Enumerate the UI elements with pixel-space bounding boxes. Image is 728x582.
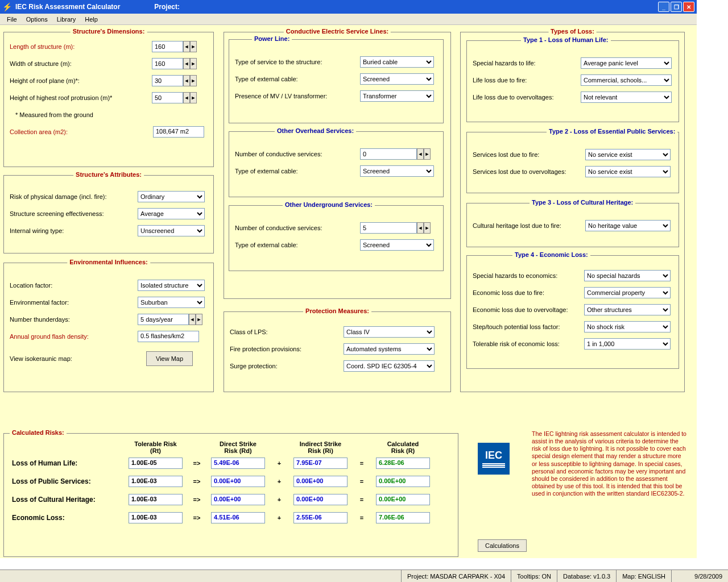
- label-type-svc: Type of service to the structure:: [235, 59, 360, 65]
- group-ous: Other Underground Services: Number of co…: [229, 205, 444, 271]
- close-button[interactable]: ✕: [683, 2, 694, 12]
- label-t1a: Special hazards to life:: [473, 60, 581, 66]
- select-env[interactable]: Suburban: [138, 297, 205, 308]
- select-type-svc[interactable]: Buried cable: [360, 56, 434, 68]
- select-t2b[interactable]: No service exist: [585, 166, 671, 177]
- disclaimer-text: The IEC lightning risk assessment calcul…: [532, 430, 686, 497]
- label-oos-num: Number of conductive services:: [235, 151, 360, 157]
- legend-environmental: Environmental Influences:: [67, 259, 150, 265]
- menu-help[interactable]: Help: [80, 15, 102, 24]
- group-type4: Type 4 - Economic Loss: Special hazards …: [466, 255, 679, 369]
- calculations-button[interactable]: Calculations: [478, 539, 527, 552]
- select-mvlv[interactable]: Transformer: [360, 90, 434, 102]
- maximize-button[interactable]: ❐: [671, 2, 682, 12]
- select-fire-prot[interactable]: Automated systems: [344, 343, 435, 355]
- status-db: Database: v1.0.3: [557, 570, 616, 573]
- input-oos-num[interactable]: [360, 148, 417, 160]
- select-t1b[interactable]: Commercial, schools...: [581, 74, 672, 86]
- group-dimensions: Structure's Dimensions: Length of struct…: [3, 32, 214, 167]
- select-t1c[interactable]: Not relevant: [581, 92, 672, 103]
- label-t4c: Economic loss due to overvoltage:: [473, 306, 584, 313]
- spin-dec[interactable]: ◄: [183, 75, 190, 86]
- spin-inc[interactable]: ►: [190, 92, 197, 103]
- label-t4a: Special hazards to economics:: [473, 272, 584, 279]
- label-thunder: Number thunderdays:: [10, 316, 138, 323]
- status-tooltips: Tooltips: ON: [511, 570, 557, 573]
- spin-dec[interactable]: ◄: [417, 148, 424, 160]
- select-t4c[interactable]: Other structures: [584, 304, 671, 315]
- status-project: Project: MASDAR CARPARK - X04: [401, 570, 511, 573]
- input-width[interactable]: [152, 58, 183, 69]
- select-surge[interactable]: Coord. SPD IEC 62305-4: [344, 360, 435, 372]
- select-location[interactable]: Isolated structure: [138, 280, 205, 291]
- menu-library[interactable]: Library: [52, 15, 81, 24]
- input-roof[interactable]: [152, 75, 183, 86]
- select-ous-ext[interactable]: Screened: [360, 239, 434, 251]
- label-area: Collection area (m2):: [10, 128, 153, 135]
- label-ous-num: Number of conductive services:: [235, 225, 360, 231]
- label-t1b: Life loss due to fire:: [473, 77, 581, 84]
- spin-inc[interactable]: ►: [190, 75, 197, 86]
- iec-logo: IEC: [478, 443, 510, 475]
- label-surge: Surge protection:: [230, 363, 344, 369]
- select-t3a[interactable]: No heritage value: [585, 220, 671, 231]
- label-ext-cable-pl: Type of external cable:: [235, 76, 360, 82]
- legend-ous: Other Underground Services:: [283, 201, 375, 208]
- select-t1a[interactable]: Average panic level: [581, 57, 672, 69]
- select-t4b[interactable]: Commercial property: [584, 287, 671, 298]
- select-t4a[interactable]: No special hazards: [584, 270, 671, 281]
- spin-inc[interactable]: ►: [190, 41, 197, 52]
- status-date: 9/28/2009: [671, 570, 697, 573]
- legend-oos: Other Overhead Services:: [275, 127, 356, 134]
- group-attributes: Structure's Attributes: Risk of physical…: [3, 175, 214, 253]
- label-screening: Structure screening effectiveness:: [10, 210, 138, 217]
- label-t2a: Services lost due to fire:: [473, 151, 585, 158]
- val-rd: 5.49E-06: [211, 458, 265, 469]
- select-oos-ext[interactable]: Screened: [360, 165, 434, 177]
- label-t4b: Economic loss due to fire:: [473, 289, 584, 296]
- menu-file[interactable]: File: [2, 15, 22, 24]
- val-r: 6.28E-06: [376, 458, 430, 469]
- select-t2a[interactable]: No service exist: [585, 149, 671, 160]
- select-screening[interactable]: Average: [138, 208, 205, 219]
- label-fire-prot: Fire protection provisions:: [230, 346, 344, 352]
- group-protection: Protection Measures: Class of LPS: Class…: [224, 311, 451, 392]
- view-map-button[interactable]: View Map: [146, 351, 193, 366]
- input-prot[interactable]: [152, 92, 183, 103]
- label-flash: Annual ground flash density:: [10, 333, 138, 340]
- spin-inc[interactable]: ►: [424, 148, 431, 160]
- input-ous-num[interactable]: [360, 222, 417, 234]
- menu-options[interactable]: Options: [22, 15, 52, 24]
- calc-lbl: Loss of Human Life:: [12, 459, 129, 467]
- select-ext-cable-pl[interactable]: Screened: [360, 73, 434, 85]
- label-t3a: Cultural heritage lost due to fire:: [473, 222, 585, 229]
- select-lps[interactable]: Class IV: [344, 326, 435, 338]
- group-environmental: Environmental Influences: Location facto…: [3, 263, 214, 392]
- project-label: Project:: [154, 3, 180, 11]
- label-oos-ext: Type of external cable:: [235, 168, 360, 174]
- group-type2: Type 2 - Loss of Essential Public Servic…: [466, 132, 679, 193]
- label-env: Environmental factor:: [10, 299, 138, 306]
- legend-t2: Type 2 - Loss of Essential Public Servic…: [547, 128, 677, 135]
- select-wiring[interactable]: Unscreened: [138, 225, 205, 236]
- input-thunder[interactable]: [138, 314, 189, 325]
- value-flash: 0.5 flashes/km2: [138, 331, 199, 342]
- spin-inc[interactable]: ►: [190, 58, 197, 69]
- select-t4e[interactable]: 1 in 1,000: [584, 338, 671, 350]
- calc-row-economic: Economic Loss: 1.00E-03 => 4.51E-06 + 2.…: [12, 509, 450, 527]
- input-length[interactable]: [152, 41, 183, 52]
- legend-attributes: Structure's Attributes:: [73, 171, 144, 178]
- select-t4d[interactable]: No shock risk: [584, 321, 671, 332]
- spin-inc[interactable]: ►: [196, 314, 202, 325]
- spin-inc[interactable]: ►: [424, 222, 431, 234]
- spin-dec[interactable]: ◄: [417, 222, 424, 234]
- spin-dec[interactable]: ◄: [189, 314, 196, 325]
- spin-dec[interactable]: ◄: [183, 41, 190, 52]
- select-risk-damage[interactable]: Ordinary: [138, 191, 205, 202]
- legend-calc: Calculated Risks:: [10, 429, 67, 436]
- spin-dec[interactable]: ◄: [183, 92, 190, 103]
- spin-dec[interactable]: ◄: [183, 58, 190, 69]
- val-ri: 7.95E-07: [293, 458, 348, 469]
- minimize-button[interactable]: _: [658, 2, 669, 12]
- legend-t3: Type 3 - Loss of Cultural Heritage:: [530, 199, 635, 206]
